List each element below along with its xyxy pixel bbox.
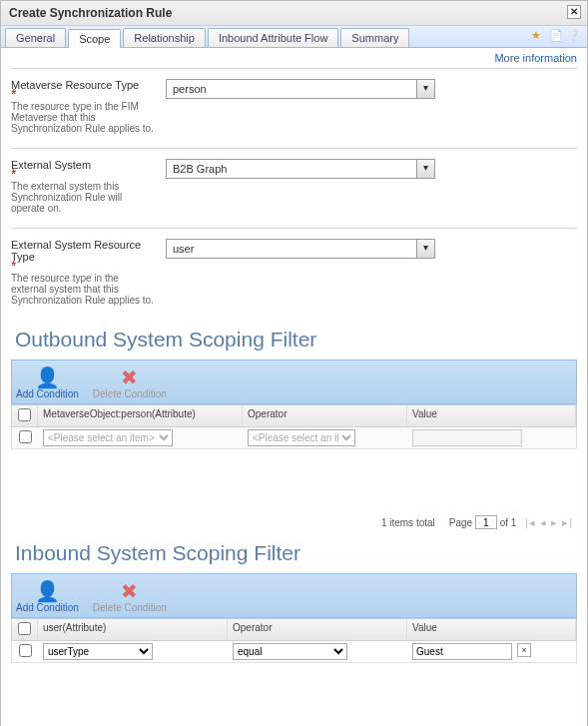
select-value: B2B Graph: [173, 163, 227, 175]
row-checkbox[interactable]: [19, 430, 32, 443]
col-value: Value: [407, 405, 576, 426]
value-input[interactable]: [412, 643, 512, 660]
field-label: External System Resource Type: [11, 239, 156, 263]
required-marker: *: [11, 171, 156, 177]
field-label: Metaverse Resource Type: [11, 79, 156, 91]
tab-inbound-attr-flow[interactable]: Inbound Attribute Flow: [208, 28, 338, 47]
clear-icon[interactable]: ×: [517, 643, 531, 657]
outbound-filter-heading: Outbound System Scoping Filter: [11, 320, 577, 360]
chevron-down-icon[interactable]: ▾: [416, 240, 434, 258]
dialog-window: Create Synchronization Rule ✕ General Sc…: [0, 0, 588, 726]
delete-icon: ✖: [93, 580, 167, 602]
chevron-down-icon[interactable]: ▾: [416, 80, 434, 98]
outbound-row: <Please select an item> <Please select a…: [11, 427, 577, 449]
inbound-filter-heading: Inbound System Scoping Filter: [11, 533, 577, 573]
select-value: user: [173, 243, 194, 255]
external-system-select[interactable]: B2B Graph ▾: [166, 159, 435, 179]
add-condition-button[interactable]: 👤 Add Condition: [16, 580, 79, 613]
outbound-toolbar: 👤 Add Condition ✖ Delete Condition: [11, 360, 577, 404]
col-attribute: user(Attribute): [38, 619, 228, 640]
tab-summary[interactable]: Summary: [340, 28, 409, 47]
field-description: The resource type in the external system…: [11, 273, 156, 306]
required-marker: *: [11, 263, 156, 269]
close-icon[interactable]: ✕: [567, 5, 581, 19]
add-condition-button[interactable]: 👤 Add Condition: [16, 366, 79, 399]
dialog-title: Create Synchronization Rule: [9, 6, 172, 20]
new-item-icon[interactable]: 📄: [549, 29, 563, 43]
metaverse-type-select[interactable]: person ▾: [166, 79, 435, 99]
field-description: The resource type in the FIM Metaverse t…: [11, 101, 156, 134]
items-total: 1 items total: [381, 517, 435, 528]
delete-condition-button[interactable]: ✖ Delete Condition: [93, 580, 167, 613]
select-all-checkbox[interactable]: [18, 408, 31, 421]
user-add-icon: 👤: [16, 366, 79, 388]
field-metaverse-type: Metaverse Resource Type * The resource t…: [11, 68, 577, 148]
operator-select[interactable]: equal: [233, 643, 347, 660]
title-bar: Create Synchronization Rule ✕: [1, 1, 587, 26]
field-label: External System: [11, 159, 156, 171]
inbound-toolbar: 👤 Add Condition ✖ Delete Condition: [11, 573, 577, 618]
operator-select[interactable]: <Please select an item>: [248, 429, 355, 446]
row-checkbox[interactable]: [19, 644, 32, 657]
tab-bar: General Scope Relationship Inbound Attri…: [1, 26, 587, 48]
delete-condition-button[interactable]: ✖ Delete Condition: [93, 366, 167, 399]
page-of: of 1: [500, 517, 517, 528]
page-label: Page: [449, 517, 472, 528]
field-external-type: External System Resource Type * The reso…: [11, 228, 577, 320]
page-input[interactable]: [475, 515, 497, 529]
value-field[interactable]: [412, 429, 522, 446]
attribute-select[interactable]: userType: [43, 643, 153, 660]
col-operator: Operator: [243, 405, 407, 426]
select-value: person: [173, 83, 207, 95]
tab-general[interactable]: General: [5, 28, 66, 47]
tab-relationship[interactable]: Relationship: [123, 28, 206, 47]
more-info-link[interactable]: More information: [494, 52, 577, 64]
field-external-system: External System * The external system th…: [11, 148, 577, 228]
col-value: Value: [407, 619, 576, 640]
star-icon[interactable]: ★: [531, 29, 545, 43]
field-description: The external system this Synchronization…: [11, 181, 156, 214]
outbound-pager: 1 items total Page of 1 |◂ ◂ ▸ ▸|: [11, 509, 577, 533]
select-all-checkbox[interactable]: [18, 622, 31, 635]
col-attribute: MetaverseObject:person(Attribute): [38, 405, 243, 426]
attribute-select[interactable]: <Please select an item>: [43, 429, 173, 446]
external-type-select[interactable]: user ▾: [166, 239, 435, 259]
inbound-grid-header: user(Attribute) Operator Value: [11, 618, 577, 641]
tab-scope[interactable]: Scope: [68, 29, 121, 48]
required-marker: *: [11, 91, 156, 97]
col-operator: Operator: [228, 619, 407, 640]
outbound-grid-header: MetaverseObject:person(Attribute) Operat…: [11, 404, 577, 427]
inbound-row: userType equal ×: [11, 641, 577, 663]
help-icon[interactable]: ❔: [567, 29, 581, 43]
pager-nav-icons[interactable]: |◂ ◂ ▸ ▸|: [525, 516, 573, 528]
user-add-icon: 👤: [16, 580, 79, 602]
delete-icon: ✖: [93, 366, 167, 388]
chevron-down-icon[interactable]: ▾: [416, 160, 434, 178]
